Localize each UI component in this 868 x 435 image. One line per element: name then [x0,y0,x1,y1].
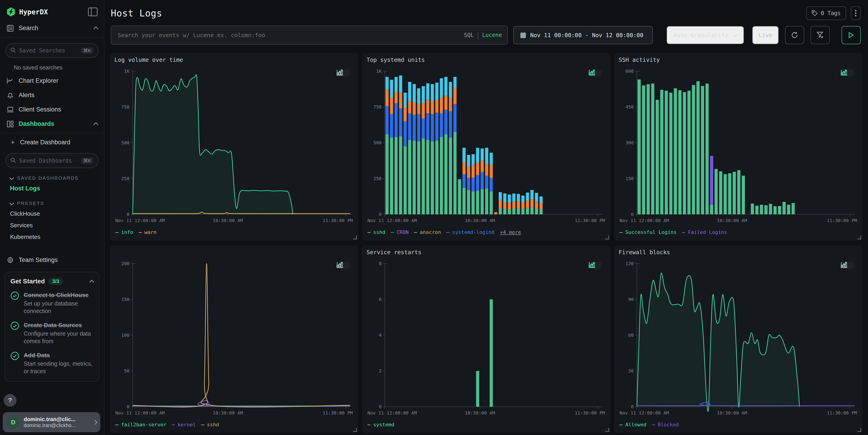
saved-searches-input[interactable]: Saved Searches ⌘K [5,43,98,58]
legend-item[interactable]: —fail2ban-server [115,422,166,428]
presets-heading[interactable]: PRESETS [0,197,104,208]
resize-handle[interactable] [353,428,357,432]
legend-item[interactable]: —anacron [414,229,441,235]
search-input[interactable] [117,31,464,39]
live-button[interactable]: Live [752,26,779,44]
sidebar-item-team-settings[interactable]: Team Settings [0,253,104,267]
svg-text:50: 50 [124,368,129,374]
chart-legend: —Allowed—Blocked [619,420,858,430]
filter-button[interactable] [811,26,830,44]
legend-item[interactable]: —systemd [367,422,394,428]
tags-button[interactable]: 0 Tags [806,6,846,20]
svg-text:10:30:00 AM: 10:30:00 AM [465,218,495,223]
svg-text:Nov 11 12:00:00 AM: Nov 11 12:00:00 AM [115,218,165,223]
resize-handle[interactable] [353,236,357,239]
main-content: Host Logs 0 Tags SQL | Lucene Nov 11 [104,0,868,435]
chart-type-toggle [336,262,350,269]
sql-toggle[interactable]: SQL [464,32,474,38]
chart-type-toggle [589,262,602,269]
legend-item[interactable]: —CRON [391,229,408,235]
svg-text:0: 0 [127,404,129,409]
event-search-box[interactable]: SQL | Lucene [111,26,508,45]
svg-text:250: 250 [373,176,381,181]
legend-item[interactable]: —kernel [172,422,196,428]
divider: | [477,31,479,39]
svg-text:2: 2 [379,368,381,374]
svg-text:Nov 11 12:00:00 AM: Nov 11 12:00:00 AM [115,410,165,415]
panel-title: Firewall blocks [619,249,858,259]
step-title: Create Data Sources [24,322,82,329]
sidebar-item-search[interactable]: Search [0,21,104,35]
svg-text:200: 200 [121,261,129,266]
chart-area: 02505007501KNov 11 12:00:00 AM10:30:00 A… [115,67,354,227]
svg-text:1K: 1K [124,68,129,74]
svg-text:10:30:00 AM: 10:30:00 AM [213,218,243,223]
resize-handle[interactable] [857,236,861,239]
shortcut-badge: ⌘K [81,48,93,54]
sidebar-collapse-icon[interactable] [88,7,98,16]
sidebar-item-client-sessions[interactable]: Client Sessions [0,102,104,117]
get-started-step-connect[interactable]: Connect to ClickHouse Set up your databa… [10,290,93,315]
legend-item[interactable]: —systemd-logind [446,229,494,235]
run-query-button[interactable] [842,26,861,44]
sidebar-item-alerts[interactable]: Alerts [0,88,104,102]
check-circle-icon [10,321,19,345]
lucene-toggle[interactable]: Lucene [482,32,502,38]
sidebar-item-chart-explorer[interactable]: Chart Explorer [0,74,104,88]
check-circle-icon [10,291,19,315]
svg-text:10:30:00 AM: 10:30:00 AM [465,410,495,415]
sidebar-item-services[interactable]: Services [0,220,104,231]
resize-handle[interactable] [605,428,609,432]
legend-item[interactable]: —sshd [201,422,219,428]
resize-handle[interactable] [605,236,609,239]
sidebar-item-kubernetes[interactable]: Kubernetes [0,231,104,243]
help-button[interactable]: ? [4,394,17,407]
sidebar-item-label: Search [19,25,90,32]
svg-text:250: 250 [121,176,129,181]
more-options-button[interactable] [851,6,861,20]
svg-text:0: 0 [379,212,381,217]
panel-title: Top systemd units [367,57,606,67]
chart-area: 0306090120Nov 11 12:00:00 AM10:30:00 AM1… [619,259,858,420]
sidebar-item-clickhouse[interactable]: ClickHouse [0,208,104,220]
chart-explorer-icon [6,78,14,84]
legend-item[interactable]: —warn [138,229,156,235]
dashboards-icon [6,121,14,127]
legend-item[interactable]: —Successful Logins [620,229,677,235]
legend-item[interactable]: —Failed Logins [682,229,727,235]
panel-title: SSH activity [619,57,858,67]
svg-text:11:30:00 PM: 11:30:00 PM [575,218,605,223]
section-label: PRESETS [17,200,44,206]
get-started-step-sources[interactable]: Create Data Sources Configure where your… [10,320,93,345]
svg-text:Nov 11 12:00:00 AM: Nov 11 12:00:00 AM [620,410,669,415]
svg-text:60: 60 [628,333,634,338]
chart-area: 02468Nov 11 12:00:00 AM10:30:00 AM11:30:… [367,259,606,420]
saved-dashboards-heading[interactable]: SAVED DASHBOARDS [0,172,104,183]
create-dashboard-button[interactable]: + Create Dashboard [0,135,104,150]
legend-item[interactable]: —sshd [367,229,385,235]
tags-label: 0 Tags [821,10,841,17]
legend-item[interactable]: —Allowed [620,422,646,428]
refresh-button[interactable] [785,26,804,44]
legend-item[interactable]: —info [115,229,133,235]
granularity-select[interactable]: Auto Granularity [666,26,744,44]
get-started-step-add-data[interactable]: Add Data Start sending logs, metrics, or… [10,351,93,375]
sidebar-item-host-logs[interactable]: Host Logs [0,183,104,194]
svg-text:6: 6 [379,297,381,302]
tag-icon [812,10,817,16]
sidebar-item-dashboards[interactable]: Dashboards [0,117,104,131]
legend-more-link[interactable]: +4 more [500,229,521,235]
play-icon [848,32,854,38]
user-menu[interactable]: D dominic.tran@clic... dominic.tran@clic… [3,412,100,432]
resize-handle[interactable] [857,428,861,432]
svg-text:11:30:00 PM: 11:30:00 PM [323,218,353,223]
sidebar-item-label: Client Sessions [19,106,98,113]
time-range-picker[interactable]: Nov 11 00:00:00 - Nov 12 00:00:00 [513,26,653,44]
svg-text:10:30:00 AM: 10:30:00 AM [717,410,747,415]
chevron-up-icon[interactable] [89,280,94,284]
legend-item[interactable]: —Blocked [652,422,679,428]
svg-text:90: 90 [628,297,634,302]
chart-legend: —sshd—CRON—anacron—systemd-logind+4 more [367,227,606,237]
svg-text:0: 0 [631,404,634,409]
saved-dashboards-input[interactable]: Saved Dashboards ⌘K [5,153,98,168]
